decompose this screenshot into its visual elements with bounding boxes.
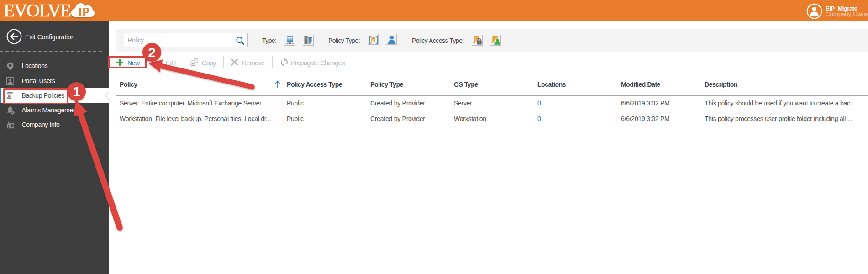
- svg-text:IP: IP: [78, 5, 89, 19]
